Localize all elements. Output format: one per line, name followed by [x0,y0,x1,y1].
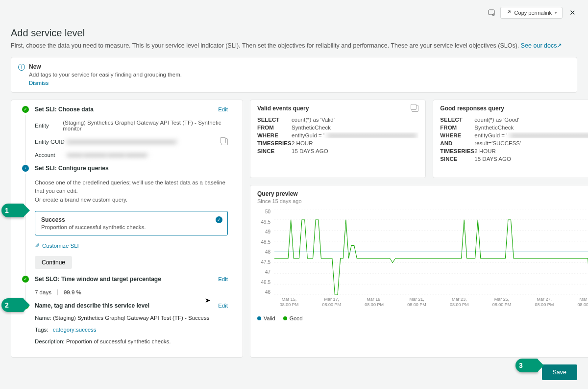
permalink-icon [506,9,512,16]
query-card-body: Proportion of successful synthetic check… [41,224,221,230]
query-card-title: Success [41,216,65,223]
chart-x-axis: Mar 15,08:00 PMMar 17,08:00 PMMar 19,08:… [274,297,588,311]
wizard-panel: ✓ Set SLI: Choose data Edit Entity (Stag… [11,100,243,358]
chart-panel: Query preview Since 15 days ago ••• 5049… [250,185,588,358]
external-link-icon: ↗ [557,42,562,49]
step-configure-title: Set SLI: Configure queries [35,165,109,172]
chart-subtitle: Since 15 days ago [257,198,588,204]
selected-check-icon: ✓ [216,216,222,223]
chart-title: Query preview [257,190,588,197]
step-choose-data-title: Set SLI: Choose data [35,106,94,113]
annotation-3: 3 [515,359,538,372]
chart-y-axis: 5049.54948.54847.54746.546 [257,209,273,295]
step-name-title: Name, tag and describe this service leve… [35,302,149,309]
customize-sli-link[interactable]: Customize SLI [35,242,79,249]
good-query-box: Good responses query SELECTcount(*) as '… [433,100,588,178]
step-check-icon: ✓ [22,276,29,283]
info-icon: i [18,64,25,71]
annotation-2: 2 [1,298,24,312]
valid-query-box: Valid events query SELECTcount(*) as 'Va… [250,100,426,178]
edit-choose-data-link[interactable]: Edit [218,106,228,112]
banner-body: Add tags to your service for easily find… [29,72,182,78]
copy-permalink-label: Copy permalink [514,10,552,16]
chart-plot [274,209,588,295]
entity-value: (Staging) Synthetics Graphql Gateway API… [63,120,228,131]
close-button[interactable]: ✕ [566,7,578,19]
step-check-icon: ✓ [22,106,29,113]
customize-icon [35,242,40,249]
predefined-query-success[interactable]: ✓ Success Proportion of successful synth… [35,211,228,235]
slo-target: 99.9 % [64,289,81,295]
step-slo-title: Set SLO: Time window and target percenta… [35,276,161,283]
entity-guid-value: xxxxxxxxxxxxxxxxxxxxxxxxxxxxxxxxxxxxxx [65,139,178,145]
copy-permalink-button[interactable]: Copy permalink ▾ [500,7,563,19]
chevron-down-icon: ▾ [555,10,557,15]
copy-guid-icon[interactable] [221,138,228,145]
copy-valid-query-icon[interactable] [412,105,418,112]
step-active-icon: › [22,165,29,172]
chart-legend: ValidGood [257,315,588,321]
info-banner: i New Add tags to your service for easil… [11,57,577,93]
edit-name-link[interactable]: Edit [218,303,228,309]
save-button[interactable]: Save [542,364,578,380]
tag-value-link[interactable]: category:success [53,327,97,333]
feedback-icon[interactable] [488,8,496,17]
slo-window: 7 days [35,289,51,295]
sl-name-value: (Staging) Synthetics Graphql Gateway API… [53,315,209,321]
page-subtitle: First, choose the data you need to measu… [11,42,577,49]
annotation-1: 1 [1,204,24,217]
edit-slo-link[interactable]: Edit [218,276,228,282]
docs-link[interactable]: See our docs↗ [521,42,563,49]
account-value: xxxxx xxxxxxxx xxxxxx xxxxxxx [65,152,149,158]
continue-button[interactable]: Continue [35,256,72,269]
sl-description-value: Proportion of successful synthetic check… [66,338,171,344]
page-title: Add service level [11,27,577,39]
banner-title: New [29,63,41,70]
banner-dismiss-link[interactable]: Dismiss [29,80,49,86]
